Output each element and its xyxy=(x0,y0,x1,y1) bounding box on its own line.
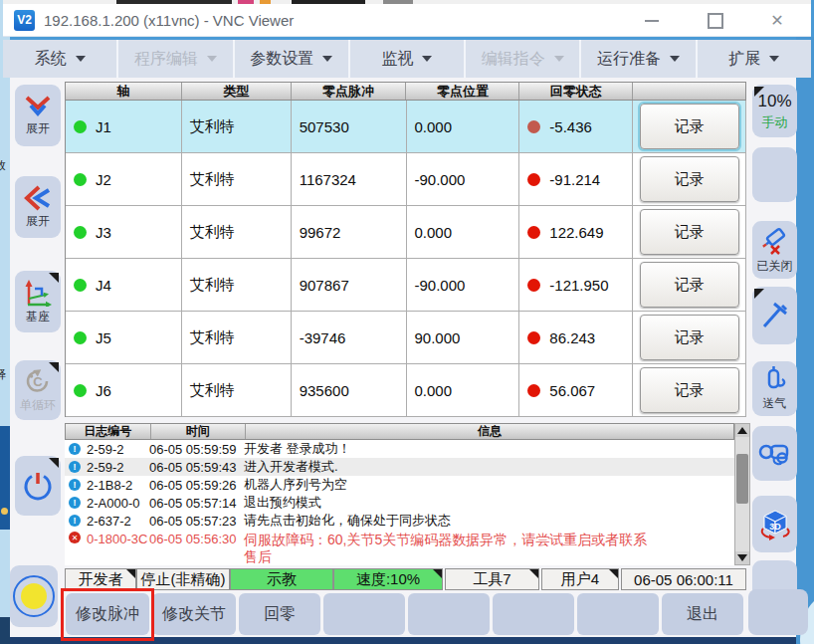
axis-name: J2 xyxy=(96,171,111,188)
zero-pulse: 99672 xyxy=(292,206,407,259)
corner-notch-icon xyxy=(609,569,618,578)
blank-action-button[interactable] xyxy=(493,593,574,635)
menu-item-run-prep[interactable]: 运行准备 xyxy=(581,40,697,78)
scroll-down-button[interactable] xyxy=(735,551,749,564)
menu-item-system[interactable]: 系统 xyxy=(3,40,118,78)
home-state-dot xyxy=(527,120,540,133)
corner-notch-icon xyxy=(529,569,538,578)
status-time: 06-05 06:00:11 xyxy=(621,568,746,590)
axis-row-j1[interactable]: J1 艾利特 507530 0.000 -5.436 记录 xyxy=(65,101,746,153)
col-header-axis: 轴 xyxy=(66,83,182,100)
expand-down-button[interactable]: 展开 xyxy=(15,85,61,146)
maximize-button[interactable] xyxy=(693,4,738,37)
scroll-thumb[interactable] xyxy=(736,454,748,504)
axis-row-j6[interactable]: J6 艾利特 935600 0.000 56.067 记录 xyxy=(65,364,746,417)
log-row-error[interactable]: ✕0-1800-3C 06-05 05:56:30 伺服故障码：60,关节5关节… xyxy=(65,530,734,565)
status-tool[interactable]: 工具7 xyxy=(445,568,539,590)
torch-state-label: 已关闭 xyxy=(757,258,793,275)
axis-row-j3[interactable]: J3 艾利特 99672 0.000 122.649 记录 xyxy=(65,206,746,259)
chevron-down-icon xyxy=(422,56,432,62)
axis-ok-dot xyxy=(74,226,87,239)
record-button[interactable]: 记录 xyxy=(640,156,739,202)
power-button[interactable] xyxy=(15,456,61,516)
enable-button[interactable] xyxy=(10,565,58,627)
log-list: !2-59-2 06-05 05:59:59 开发者 登录成功！ !2-59-2… xyxy=(65,440,734,565)
scroll-up-button[interactable] xyxy=(735,424,749,437)
zero-pulse: 907867 xyxy=(292,259,407,312)
torch-closed-button[interactable]: 已关闭 xyxy=(752,221,797,279)
log-row[interactable]: !2-A000-0 06-05 05:57:14 退出预约模式 xyxy=(65,494,734,512)
corner-notch-icon xyxy=(433,569,442,578)
status-speed[interactable]: 速度:10% xyxy=(333,568,443,590)
blank-corner-button[interactable] xyxy=(748,589,808,635)
base-frame-button[interactable]: 基座 xyxy=(15,271,61,332)
record-button[interactable]: 记录 xyxy=(640,367,739,413)
maximize-icon xyxy=(708,13,723,29)
blank-action-button[interactable] xyxy=(408,593,490,635)
minimize-icon xyxy=(645,20,659,22)
chevron-down-icon xyxy=(769,56,779,62)
log-row[interactable]: !2-637-2 06-05 05:57:23 请先点击初始化，确保处于同步状态 xyxy=(65,512,734,530)
home-state: 56.067 xyxy=(549,382,595,399)
record-button[interactable]: 记录 xyxy=(640,104,739,149)
log-row[interactable]: !2-59-2 06-05 05:59:43 进入开发者模式. xyxy=(65,458,734,476)
gas-cylinder-icon xyxy=(760,365,790,393)
chevron-down-icon xyxy=(207,56,217,62)
corner-notch-icon xyxy=(49,273,59,283)
status-user[interactable]: 开发者 xyxy=(65,568,136,590)
blank-side-button[interactable] xyxy=(752,147,797,202)
home-state-dot xyxy=(527,226,540,239)
svg-text:C: C xyxy=(33,374,43,389)
log-scrollbar[interactable] xyxy=(734,423,750,565)
joystick-button[interactable] xyxy=(752,426,797,481)
svg-text:3D: 3D xyxy=(769,522,781,532)
zero-pulse: 507530 xyxy=(292,101,407,153)
minimize-button[interactable] xyxy=(629,4,675,37)
info-icon: ! xyxy=(69,461,81,473)
axis-name: J5 xyxy=(96,329,111,346)
axis-ok-dot xyxy=(74,331,87,344)
menu-item-monitor[interactable]: 监视 xyxy=(350,40,466,78)
home-button[interactable]: 回零 xyxy=(239,593,320,635)
single-cycle-button: C 单循环 xyxy=(15,360,61,420)
tool-select-button[interactable] xyxy=(752,287,797,344)
axis-row-j5[interactable]: J5 艾利特 -39746 90.000 86.243 记录 xyxy=(65,312,746,364)
log-row[interactable]: !2-59-2 06-05 05:59:59 开发者 登录成功！ xyxy=(65,440,734,458)
view-3d-button[interactable]: 3D xyxy=(752,496,797,552)
record-button[interactable]: 记录 xyxy=(640,315,739,360)
col-header-home-state: 回零状态 xyxy=(519,83,633,100)
home-state-dot xyxy=(527,173,540,186)
info-icon: ! xyxy=(69,479,81,491)
modify-joint-button[interactable]: 修改关节 xyxy=(152,593,236,635)
gas-supply-button[interactable]: 送气 xyxy=(752,361,797,416)
exit-button[interactable]: 退出 xyxy=(662,593,743,635)
expand-left-button[interactable]: 展开 xyxy=(15,176,61,238)
axis-name: J1 xyxy=(96,118,111,135)
record-button[interactable]: 记录 xyxy=(640,262,739,308)
status-mode: 示教 xyxy=(230,568,333,590)
axis-type: 艾利特 xyxy=(182,101,292,153)
menu-item-param-settings[interactable]: 参数设置 xyxy=(235,40,350,78)
menu-bar: 系统 程序编辑 参数设置 监视 编辑指令 运行准备 扩展 xyxy=(3,40,811,78)
vnc-viewer-window: 放 释 V2 192.168.1.200 (x11vnc) - VNC View… xyxy=(0,0,814,644)
close-button[interactable]: ✕ xyxy=(754,4,800,37)
chevrons-down-icon xyxy=(23,95,53,118)
axis-ok-dot xyxy=(74,173,87,186)
menu-item-extend[interactable]: 扩展 xyxy=(698,40,811,78)
info-icon: ! xyxy=(69,443,81,455)
window-title: 192.168.1.200 (x11vnc) - VNC Viewer xyxy=(44,12,294,29)
log-col-id: 日志编号 xyxy=(66,424,151,439)
speed-mode-button[interactable]: 10% 手动 xyxy=(752,85,797,137)
record-button[interactable]: 记录 xyxy=(640,209,739,255)
blank-action-button[interactable] xyxy=(577,593,659,635)
home-state: -121.950 xyxy=(549,277,608,294)
blank-action-button[interactable] xyxy=(323,593,405,635)
status-user-frame[interactable]: 用户4 xyxy=(541,568,619,590)
axis-row-j2[interactable]: J2 艾利特 1167324 -90.000 -91.214 记录 xyxy=(65,153,746,206)
axis-row-j4[interactable]: J4 艾利特 907867 -90.000 -121.950 记录 xyxy=(65,259,746,312)
log-row[interactable]: !2-1B8-2 06-05 05:59:26 机器人序列号为空 xyxy=(65,476,734,494)
axis-ok-dot xyxy=(74,279,87,292)
arrow-down-icon xyxy=(737,554,747,561)
close-icon: ✕ xyxy=(770,13,783,29)
zero-pos: 90.000 xyxy=(407,312,520,364)
